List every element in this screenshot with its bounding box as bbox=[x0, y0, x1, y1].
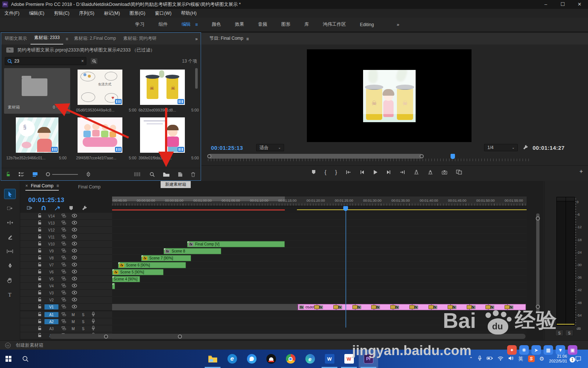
lock-icon[interactable] bbox=[38, 304, 42, 310]
lock-icon[interactable] bbox=[38, 290, 42, 296]
search-input[interactable]: 23 × bbox=[5, 57, 86, 65]
track-lane-V8[interactable]: fxScene 7 [90%] bbox=[112, 255, 527, 262]
lock-icon[interactable] bbox=[38, 213, 42, 219]
scrollbar-handle[interactable] bbox=[207, 154, 211, 158]
track-lane-V1[interactable]: fx05d6f19fxfxfxfxfxfxfxfxfxfxfx bbox=[112, 304, 527, 311]
track-lane-A3[interactable] bbox=[112, 325, 527, 332]
new-item-icon[interactable] bbox=[178, 172, 183, 177]
minimize-button[interactable]: – bbox=[537, 0, 554, 9]
vertical-scrollbar[interactable] bbox=[536, 213, 539, 313]
track-name-V13[interactable]: V13 bbox=[44, 220, 58, 226]
transition-icon[interactable] bbox=[371, 305, 376, 309]
menu-item-窗口[interactable]: 窗口(W) bbox=[155, 10, 171, 17]
sync-lock-icon[interactable] bbox=[61, 227, 66, 233]
program-playhead[interactable] bbox=[451, 154, 455, 159]
timeline-clip-Scene 7 [90%][interactable]: fxScene 7 [90%] bbox=[141, 255, 191, 261]
mute-button[interactable]: M bbox=[72, 327, 75, 331]
solo-button[interactable]: S bbox=[565, 330, 573, 336]
lock-icon[interactable] bbox=[38, 220, 42, 226]
sync-lock-icon[interactable] bbox=[61, 269, 66, 275]
scrollbar-handle[interactable] bbox=[178, 335, 182, 339]
track-lane-V4[interactable] bbox=[112, 283, 527, 290]
time-ruler[interactable]: 00:00:45:0000:00:50:0000:00:55:0000:01:0… bbox=[112, 197, 527, 206]
transition-icon[interactable] bbox=[485, 305, 491, 309]
panel-menu-icon[interactable]: ≡ bbox=[63, 33, 70, 45]
list-view-icon[interactable] bbox=[18, 172, 24, 177]
track-name-V3[interactable]: V3 bbox=[44, 290, 58, 296]
taskbar-app-wps[interactable]: W bbox=[339, 350, 359, 368]
menu-item-图形[interactable]: 图形(G) bbox=[129, 10, 145, 17]
toggle-track-output-eye-icon[interactable] bbox=[72, 304, 77, 309]
lock-icon[interactable] bbox=[38, 326, 42, 332]
track-name-A2[interactable]: A2 bbox=[44, 319, 58, 324]
sogou-input-icon[interactable]: S bbox=[528, 355, 535, 362]
track-lane-V11[interactable] bbox=[112, 234, 527, 241]
snap-magnet-icon[interactable] bbox=[41, 206, 46, 210]
mic-icon[interactable] bbox=[478, 355, 482, 362]
type-tool[interactable]: T bbox=[4, 290, 15, 299]
mark-in-icon[interactable]: { bbox=[325, 169, 326, 175]
lock-icon[interactable] bbox=[38, 234, 42, 240]
resolution-dropdown[interactable]: 1/4⌄ bbox=[484, 144, 518, 151]
lock-icon[interactable] bbox=[38, 297, 42, 303]
clip-thumbnail[interactable]: ♥生活方式 bbox=[78, 70, 122, 105]
track-name-V5[interactable]: V5 bbox=[44, 276, 58, 282]
clip-item-4[interactable]: 29f45f87cce4d1f7aae...5:00 bbox=[74, 116, 140, 162]
workspace-overflow-icon[interactable]: » bbox=[397, 22, 399, 27]
program-scrubber[interactable] bbox=[207, 153, 582, 162]
sync-lock-icon[interactable] bbox=[61, 326, 66, 332]
track-name-V1[interactable]: V1 bbox=[44, 304, 58, 309]
timeline-clip-Scene 4 [90%][interactable]: Scene 4 [90%] bbox=[112, 276, 140, 282]
unlock-icon[interactable] bbox=[6, 172, 10, 177]
track-name-V14[interactable]: V14 bbox=[44, 213, 58, 219]
chevron-up-icon[interactable]: ⌃ bbox=[469, 356, 473, 361]
play-icon[interactable] bbox=[373, 170, 378, 175]
voiceover-mic-icon[interactable] bbox=[92, 326, 95, 332]
menu-item-文件[interactable]: 文件(F) bbox=[4, 10, 19, 17]
timeline-tab-active[interactable]: × Final Comp ≡ bbox=[25, 183, 59, 191]
mute-button[interactable]: M bbox=[72, 313, 75, 317]
transition-icon[interactable] bbox=[352, 305, 358, 309]
toggle-track-output-eye-icon[interactable] bbox=[72, 227, 77, 233]
track-lane-V10[interactable]: fxFinal Comp [V] bbox=[112, 241, 527, 248]
track-name-V10[interactable]: V10 bbox=[44, 241, 58, 247]
sync-lock-icon[interactable] bbox=[61, 241, 66, 247]
button-editor-icon[interactable]: + bbox=[580, 168, 583, 175]
solo-button[interactable]: S bbox=[82, 320, 85, 324]
settings-gear-icon[interactable]: ⚙ bbox=[539, 355, 544, 362]
track-lane-V5[interactable]: Scene 4 [90%] bbox=[112, 276, 527, 283]
taskbar-search-icon[interactable] bbox=[17, 350, 34, 368]
toggle-track-output-eye-icon[interactable] bbox=[72, 241, 77, 247]
sync-lock-icon[interactable] bbox=[61, 312, 66, 318]
sync-lock-icon[interactable] bbox=[61, 262, 66, 268]
track-lane-A1[interactable] bbox=[112, 311, 527, 318]
panel-menu-icon[interactable]: ≡ bbox=[246, 36, 249, 45]
clip-thumbnail[interactable] bbox=[78, 117, 122, 153]
filmstrip-icon[interactable] bbox=[134, 172, 141, 177]
timeline-clip-Final Comp [V][interactable]: fxFinal Comp [V] bbox=[187, 241, 285, 247]
menu-item-帮助[interactable]: 帮助(H) bbox=[181, 10, 197, 17]
zoom-scrollbar[interactable] bbox=[208, 154, 423, 159]
workspace-tab-Editing[interactable]: Editing bbox=[360, 22, 374, 27]
trash-icon[interactable] bbox=[191, 172, 196, 177]
sync-lock-icon[interactable] bbox=[61, 213, 66, 219]
lock-icon[interactable] bbox=[38, 255, 42, 261]
toggle-track-output-eye-icon[interactable] bbox=[72, 220, 77, 226]
sync-lock-icon[interactable] bbox=[61, 220, 66, 226]
sync-lock-icon[interactable] bbox=[61, 283, 66, 289]
zoom-slider-handle[interactable] bbox=[46, 172, 50, 176]
zoom-slider[interactable] bbox=[52, 174, 78, 175]
toggle-track-output-eye-icon[interactable] bbox=[72, 262, 77, 268]
taskbar-app-word[interactable]: W bbox=[320, 350, 339, 368]
timeline-clip-stub[interactable] bbox=[112, 283, 115, 289]
track-name-A3[interactable]: A3 bbox=[44, 326, 58, 331]
menu-item-标记[interactable]: 标记(M) bbox=[104, 10, 120, 17]
lock-icon[interactable] bbox=[38, 312, 42, 318]
sync-lock-icon[interactable] bbox=[61, 319, 66, 325]
playhead[interactable] bbox=[343, 206, 348, 211]
toggle-track-output-eye-icon[interactable] bbox=[72, 297, 77, 302]
step-back-icon[interactable] bbox=[360, 170, 364, 174]
project-tab-3[interactable]: 素材箱: 简约考研 bbox=[119, 32, 160, 45]
new-bin-icon[interactable] bbox=[163, 172, 170, 177]
track-select-tool[interactable] bbox=[4, 204, 15, 213]
